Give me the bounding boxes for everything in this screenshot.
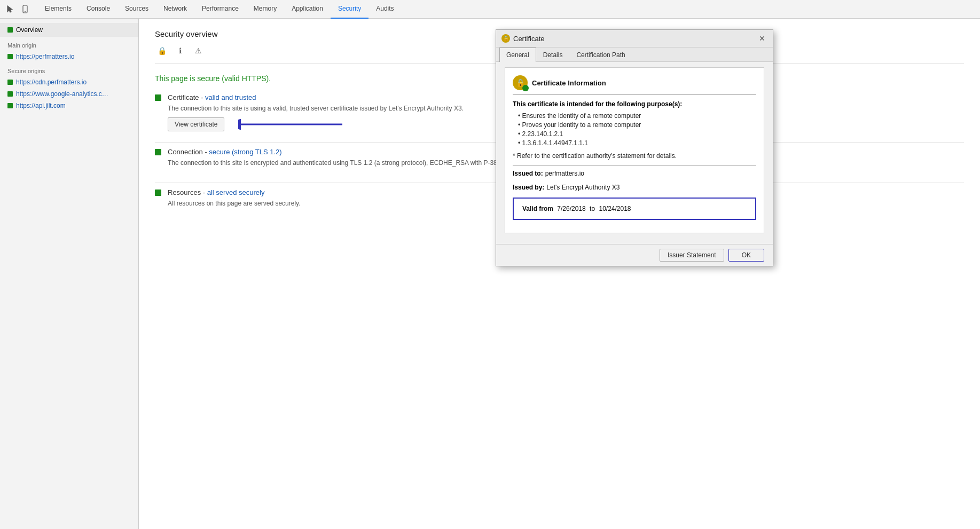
tab-bar: Elements Console Sources Network Perform… [0,0,980,19]
mobile-icon[interactable] [19,3,31,15]
origin-analytics-dot [7,91,13,97]
origin-jilt-dot [7,103,13,108]
tab-memory[interactable]: Memory [246,0,284,19]
cert-issued-by-value: Let's Encrypt Authority X3 [546,184,620,191]
cert-purpose-item-0: • Ensures the identity of a remote compu… [518,112,756,120]
certificate-dialog: 🔒 Certificate ✕ General Details Certific… [496,29,773,266]
cert-dialog-icon: 🔒 [501,34,510,43]
sidebar-main-origin[interactable]: https://perfmatters.io [0,51,138,62]
devtools-body: Overview Main origin https://perfmatters… [0,19,980,529]
cert-dialog-title-left: 🔒 Certificate [501,34,545,43]
cert-purpose-title: This certificate is intended for the fol… [513,100,756,108]
cert-purpose-item-2: • 2.23.140.1.2.1 [518,130,756,138]
cursor-icon[interactable] [4,3,16,15]
cert-refer-text: * Refer to the certification authority's… [513,152,756,160]
cert-issued-by: Issued by: Let's Encrypt Authority X3 [513,184,756,191]
tab-network[interactable]: Network [156,0,194,19]
tab-audits[interactable]: Audits [369,0,401,19]
cert-valid-from-value: 7/26/2018 [557,205,585,212]
tab-performance[interactable]: Performance [194,0,246,19]
sidebar-origin-analytics[interactable]: https://www.google-analytics.c… [0,88,138,100]
svg-point-1 [25,11,26,12]
cert-purpose-list: • Ensures the identity of a remote compu… [518,112,756,147]
tab-elements[interactable]: Elements [37,0,79,19]
cert-info-header: 🔒 Certificate Information [513,75,756,95]
secure-origins-label: Secure origins [0,62,138,76]
cert-info-icon: 🔒 [513,75,528,90]
cert-valid-to-label: to [590,205,595,212]
cert-purpose-item-1: • Proves your identity to a remote compu… [518,121,756,129]
arrow-indicator [238,119,345,130]
tab-sources[interactable]: Sources [117,0,156,19]
cert-valid-box: Valid from 7/26/2018 to 10/24/2018 [513,198,756,220]
cert-dialog-titlebar: 🔒 Certificate ✕ [496,30,773,48]
overview-dot [7,27,13,33]
certificate-dot [155,94,161,101]
cert-tab-details[interactable]: Details [536,48,570,62]
origin-cdn-dot [7,80,13,85]
issuer-statement-button[interactable]: Issuer Statement [660,249,724,262]
cert-tab-cert-path[interactable]: Certification Path [569,48,632,62]
cert-close-button[interactable]: ✕ [757,33,767,44]
cert-dialog-title: Certificate [513,35,545,43]
cert-valid-from-label: Valid from [522,205,553,212]
cert-valid-to-value: 10/24/2018 [599,205,631,212]
cert-issued-to-label: Issued to: [513,170,543,177]
filter-warning-icon[interactable]: ⚠ [191,44,205,58]
main-origin-dot [7,54,13,59]
main-origin-label: Main origin [0,37,138,51]
cert-info-title: Certificate Information [532,79,606,87]
cert-issued-to: Issued to: perfmatters.io [513,170,756,177]
cert-divider-1 [513,165,756,165]
filter-lock-icon[interactable]: 🔒 [155,44,169,58]
cert-body: 🔒 Certificate Information This certifica… [496,62,773,244]
devtools-window: Elements Console Sources Network Perform… [0,0,980,529]
connection-dot [155,149,161,155]
tab-console[interactable]: Console [79,0,117,19]
cert-tab-general[interactable]: General [499,48,536,62]
sidebar-origin-jilt[interactable]: https://api.jilt.com [0,100,138,112]
tab-application[interactable]: Application [284,0,331,19]
cert-ok-button[interactable]: OK [728,249,764,262]
resources-dot [155,190,161,196]
cert-issued-by-label: Issued by: [513,184,544,191]
cert-issued-to-value: perfmatters.io [545,170,584,177]
sidebar: Overview Main origin https://perfmatters… [0,19,139,529]
cert-info-box: 🔒 Certificate Information This certifica… [505,67,764,233]
cert-tabs: General Details Certification Path [496,48,773,62]
sidebar-origin-cdn[interactable]: https://cdn.perfmatters.io [0,76,138,88]
view-certificate-button[interactable]: View certificate [168,117,224,131]
cert-dialog-footer: Issuer Statement OK [496,244,773,266]
cert-purpose-item-3: • 1.3.6.1.4.1.44947.1.1.1 [518,139,756,147]
filter-info-icon[interactable]: ℹ [173,44,187,58]
sidebar-item-overview[interactable]: Overview [0,23,138,37]
toolbar-icons [4,3,31,15]
tab-security[interactable]: Security [331,0,369,19]
